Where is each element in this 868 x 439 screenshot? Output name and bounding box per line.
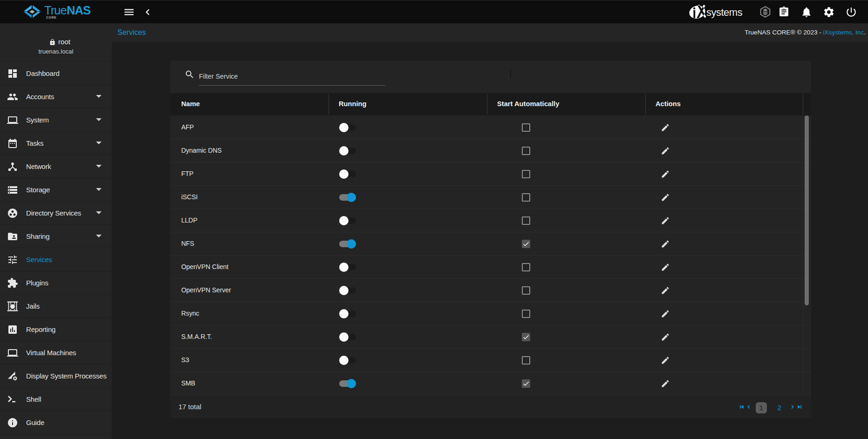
svg-text:systems: systems	[706, 7, 743, 18]
